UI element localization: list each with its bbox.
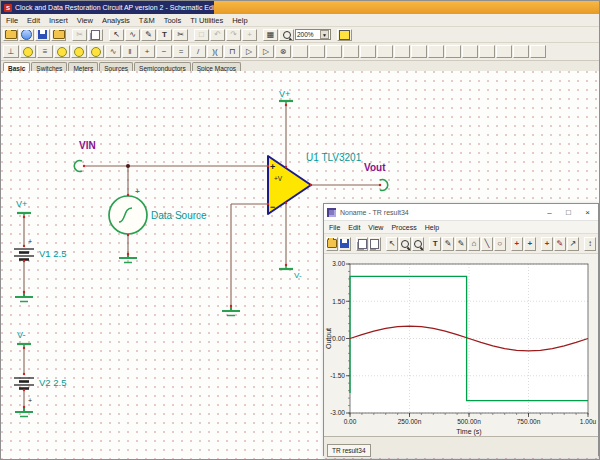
- toolbar-zoom-ctl-button[interactable]: [279, 29, 294, 41]
- toolbar-ruler-button[interactable]: ⌂: [468, 237, 480, 251]
- toolbar-cursor-a-button[interactable]: +: [511, 237, 523, 251]
- toolbar-cut-button[interactable]: ✂: [72, 29, 87, 41]
- result-tab[interactable]: TR result34: [327, 444, 371, 457]
- voltmeter-icon: −: [162, 47, 167, 56]
- toolbar-pointer-button[interactable]: ↖: [386, 237, 398, 251]
- menu-file[interactable]: File: [6, 16, 18, 25]
- data-source-label[interactable]: Data Source: [151, 210, 207, 221]
- toolbar-undo-button[interactable]: ↶: [210, 29, 225, 41]
- toolbar-select-button[interactable]: □: [194, 29, 209, 41]
- waveform-menu-edit[interactable]: Edit: [348, 224, 360, 231]
- toolbar-copy-special-button[interactable]: [369, 237, 381, 251]
- supply-terminals[interactable]: [17, 101, 293, 347]
- toolbar-ellipse-button[interactable]: ○: [494, 237, 506, 251]
- toolbar-open-button[interactable]: [326, 237, 338, 251]
- waveform-chart: 0.00250.00n500.00n750.00n1.00u3.001.500.…: [324, 254, 598, 436]
- toolbar-cut-wire-button[interactable]: ✂: [173, 29, 188, 41]
- component-voltmeter-button[interactable]: −: [156, 45, 172, 58]
- minimize-button[interactable]: –: [542, 206, 557, 219]
- window-title: Clock and Data Restoration Circuit AP ve…: [15, 4, 214, 11]
- component-voltage-generator-button[interactable]: [71, 45, 87, 58]
- menu-help[interactable]: Help: [232, 16, 247, 25]
- pen-icon: ✎: [145, 30, 152, 39]
- ammeter-icon: +: [145, 47, 150, 56]
- component-resistor-button[interactable]: ∿: [105, 45, 121, 58]
- v1-value-label[interactable]: V1 2.5: [39, 248, 66, 259]
- toolbar-wire-button[interactable]: ∿: [125, 29, 140, 41]
- chevron-down-icon[interactable]: ▼: [320, 30, 329, 39]
- waveform-menu-process[interactable]: Process: [391, 224, 416, 231]
- component-relay-button[interactable]: ⊓: [224, 45, 240, 58]
- waveform-menu-help[interactable]: Help: [425, 224, 439, 231]
- component-ohmmeter-button[interactable]: =: [173, 45, 189, 58]
- menu-view[interactable]: View: [77, 16, 93, 25]
- toolbar-web-button[interactable]: [19, 29, 34, 41]
- toolbar-text-button[interactable]: T: [157, 29, 172, 41]
- opamp-vminus-net-label[interactable]: V-: [294, 271, 302, 280]
- v1-net-label[interactable]: V+: [16, 199, 27, 209]
- toolbar-save-button[interactable]: [35, 29, 50, 41]
- component-transformer-button[interactable]: )(: [207, 45, 223, 58]
- waveform-titlebar[interactable]: Noname - TR result34 – □ ×: [324, 204, 598, 221]
- close-button[interactable]: ×: [580, 206, 595, 219]
- waveform-menu-view[interactable]: View: [368, 224, 383, 231]
- component-empty-slot: [445, 45, 461, 58]
- vin-net-label[interactable]: VIN: [79, 140, 96, 151]
- toolbar-export-button[interactable]: [51, 29, 66, 41]
- toolbar-add-button[interactable]: +: [242, 29, 257, 41]
- data-source-symbol[interactable]: [109, 196, 147, 234]
- component-switch-button[interactable]: /: [190, 45, 206, 58]
- toolbar-process-button[interactable]: +: [541, 237, 553, 251]
- toolbar-marker-button[interactable]: ✎: [455, 237, 467, 251]
- v2-net-label[interactable]: V-: [17, 330, 26, 340]
- vin-connector[interactable]: [74, 161, 82, 172]
- toolbar-pointer-button[interactable]: ↖: [109, 29, 124, 41]
- toolbar-annotate-button[interactable]: ✎: [554, 237, 566, 251]
- component-capacitor-button[interactable]: ‖: [122, 45, 138, 58]
- battery-v1-symbol[interactable]: [14, 249, 34, 260]
- toolbar-chip-button[interactable]: [337, 29, 352, 41]
- toolbar-redo-button[interactable]: ↷: [226, 29, 241, 41]
- toolbar-copy-button[interactable]: [356, 237, 368, 251]
- component-current-source-button[interactable]: [54, 45, 70, 58]
- component-lamp-button[interactable]: ⊗: [275, 45, 291, 58]
- component-voltage-source-button[interactable]: [20, 45, 36, 58]
- menu-edit[interactable]: Edit: [27, 16, 40, 25]
- waveform-plot-area[interactable]: 0.00250.00n500.00n750.00n1.00u3.001.500.…: [324, 254, 598, 436]
- zoom-level-select[interactable]: 200%▼: [295, 29, 331, 40]
- toolbar-arrow-button[interactable]: ↗: [567, 237, 579, 251]
- v2-value-label[interactable]: V2 2.5: [39, 377, 66, 388]
- toolbar-open-button[interactable]: [3, 29, 18, 41]
- vout-net-label[interactable]: Vout: [364, 162, 386, 173]
- waveform-menu-file[interactable]: File: [329, 224, 340, 231]
- menu-insert[interactable]: Insert: [49, 16, 68, 25]
- text-icon: T: [162, 30, 167, 39]
- component-ground-button[interactable]: ⊥: [3, 45, 19, 58]
- toolbar-zoom-out-button[interactable]: [412, 237, 424, 251]
- component-diode-button[interactable]: ▷: [241, 45, 257, 58]
- maximize-button[interactable]: □: [561, 206, 576, 219]
- toolbar-copy-button[interactable]: [88, 29, 103, 41]
- battery-v2-symbol[interactable]: [14, 378, 34, 389]
- toolbar-text-button[interactable]: T: [429, 237, 441, 251]
- toolbar-zoom-in-button[interactable]: [399, 237, 411, 251]
- opamp-vplus-net-label[interactable]: V+: [279, 89, 290, 99]
- opamp-ref-label[interactable]: U1 TLV3201: [306, 152, 362, 163]
- toolbar-pen-button[interactable]: ✎: [442, 237, 454, 251]
- menu-t-m[interactable]: T&M: [139, 16, 155, 25]
- component-battery-button[interactable]: ≡: [37, 45, 53, 58]
- schematic-canvas[interactable]: VIN Vout U1 TLV3201 + − +V V+ V- Data So…: [1, 71, 600, 460]
- menu-tools[interactable]: Tools: [164, 16, 182, 25]
- menu-ti-utilities[interactable]: TI Utilities: [190, 16, 223, 25]
- toolbar-line-button[interactable]: ╲: [481, 237, 493, 251]
- menu-analysis[interactable]: Analysis: [102, 16, 130, 25]
- component-opamp-button[interactable]: ▷: [258, 45, 274, 58]
- component-ammeter-button[interactable]: +: [139, 45, 155, 58]
- toolbar-save-button[interactable]: [339, 237, 351, 251]
- toolbar-spin-button[interactable]: ↕: [584, 237, 596, 251]
- waveform-window[interactable]: Noname - TR result34 – □ × FileEditViewP…: [323, 203, 599, 456]
- toolbar-pen-button[interactable]: ✎: [141, 29, 156, 41]
- toolbar-grid-button[interactable]: ▦: [263, 29, 278, 41]
- component-current-generator-button[interactable]: [88, 45, 104, 58]
- toolbar-cursor-b-button[interactable]: +: [524, 237, 536, 251]
